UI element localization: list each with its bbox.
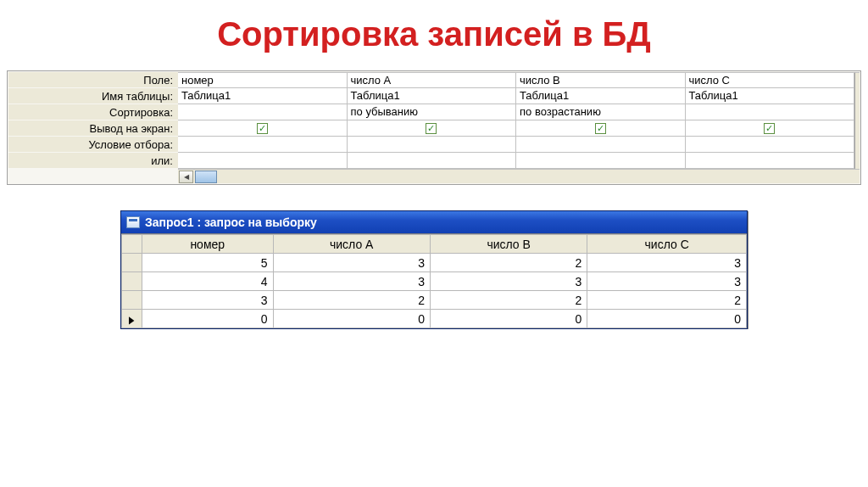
data-cell[interactable]: 0 (587, 310, 747, 328)
scroll-left-icon[interactable]: ◀ (179, 171, 193, 183)
design-cell[interactable]: число В (516, 72, 686, 88)
column-header[interactable]: число В (430, 235, 587, 254)
design-row-label: или: (8, 153, 178, 169)
design-cell[interactable] (516, 137, 686, 153)
design-cell[interactable]: число С (686, 72, 855, 88)
design-cell[interactable]: Таблица1 (686, 88, 855, 104)
datasheet-icon (126, 216, 140, 228)
query-design-grid: Поле:номерчисло Ачисло Вчисло СИмя табли… (7, 70, 861, 185)
table-row[interactable]: 3222 (122, 291, 747, 310)
row-selector[interactable]: ▶ (122, 310, 142, 328)
show-checkbox[interactable]: ✓ (595, 123, 606, 134)
design-cell[interactable] (686, 153, 855, 169)
design-cell[interactable] (178, 104, 348, 120)
data-cell[interactable]: 0 (273, 310, 430, 328)
design-cell[interactable]: номер (178, 72, 348, 88)
row-selector[interactable] (122, 272, 142, 291)
show-checkbox[interactable]: ✓ (426, 123, 437, 134)
design-row-label: Поле: (8, 72, 178, 88)
table-row[interactable]: 5323 (122, 254, 747, 272)
design-row-label: Имя таблицы: (8, 88, 178, 104)
design-cell[interactable]: ✓ (686, 120, 855, 137)
design-cell[interactable]: по возрастанию (516, 104, 686, 120)
design-cell[interactable]: число А (348, 72, 517, 88)
column-header[interactable]: номер (142, 235, 274, 254)
data-cell[interactable]: 2 (587, 291, 747, 310)
design-cell[interactable] (516, 153, 686, 169)
data-cell[interactable]: 3 (430, 272, 587, 291)
design-cell[interactable] (686, 104, 855, 120)
data-cell[interactable]: 2 (273, 291, 430, 310)
data-cell[interactable]: 2 (430, 291, 587, 310)
data-cell[interactable]: 2 (430, 254, 587, 272)
table-row[interactable]: 4333 (122, 272, 747, 291)
data-cell[interactable]: 5 (142, 254, 274, 272)
data-cell[interactable]: 3 (273, 272, 430, 291)
design-cell[interactable] (348, 153, 517, 169)
result-window-title: Запрос1 : запрос на выборку (145, 216, 317, 229)
data-cell[interactable]: 3 (587, 272, 747, 291)
design-cell[interactable]: ✓ (348, 120, 517, 137)
row-selector[interactable] (122, 291, 142, 310)
design-cell[interactable]: по убыванию (348, 104, 517, 120)
row-selector[interactable] (122, 254, 142, 272)
design-row-label: Сортировка: (8, 104, 178, 120)
show-checkbox[interactable]: ✓ (764, 123, 775, 134)
result-titlebar[interactable]: Запрос1 : запрос на выборку (121, 211, 747, 233)
result-window: Запрос1 : запрос на выборку номерчисло А… (120, 210, 748, 329)
design-cell[interactable]: Таблица1 (516, 88, 686, 104)
design-cell[interactable] (686, 137, 855, 153)
result-datasheet[interactable]: номерчисло Ачисло Вчисло С532343333222▶0… (121, 234, 747, 328)
table-row[interactable]: ▶0000 (122, 310, 747, 328)
design-cell[interactable] (178, 137, 348, 153)
column-header[interactable]: число С (587, 235, 747, 254)
column-header[interactable]: число А (273, 235, 430, 254)
design-row-label: Условие отбора: (8, 137, 178, 153)
data-cell[interactable]: 3 (273, 254, 430, 272)
data-cell[interactable]: 0 (430, 310, 587, 328)
design-scrollbar[interactable]: ◀ (178, 169, 860, 183)
design-cell[interactable] (348, 137, 517, 153)
data-cell[interactable]: 0 (142, 310, 274, 328)
show-checkbox[interactable]: ✓ (257, 123, 268, 134)
design-cell[interactable]: Таблица1 (348, 88, 517, 104)
row-selector-header[interactable] (122, 235, 142, 254)
scroll-thumb[interactable] (195, 171, 217, 183)
design-row-label: Вывод на экран: (8, 120, 178, 137)
design-cell[interactable] (178, 153, 348, 169)
data-cell[interactable]: 3 (142, 291, 274, 310)
data-cell[interactable]: 4 (142, 272, 274, 291)
design-cell[interactable]: ✓ (516, 120, 686, 137)
design-cell[interactable]: ✓ (178, 120, 348, 137)
current-row-marker-icon: ▶ (129, 314, 134, 326)
data-cell[interactable]: 3 (587, 254, 747, 272)
design-cell[interactable]: Таблица1 (178, 88, 348, 104)
slide-title: Сортировка записей в БД (0, 15, 868, 53)
